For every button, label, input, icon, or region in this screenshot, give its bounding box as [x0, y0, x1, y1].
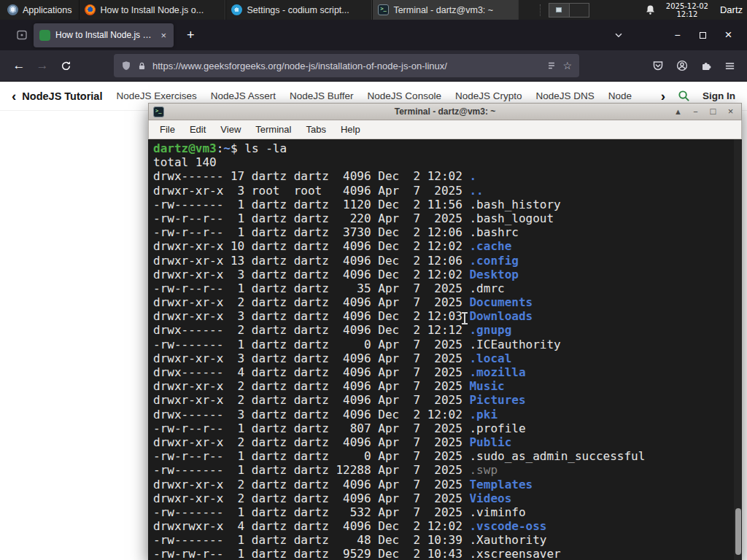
clock-time: 12:12	[666, 10, 708, 18]
terminal-icon	[153, 106, 164, 117]
panel-user-label[interactable]: Dartz	[720, 4, 743, 15]
terminal-title: Terminal - dartz@vm3: ~	[149, 106, 741, 117]
terminal-titlebar[interactable]: Terminal - dartz@vm3: ~ ▲ − □ ×	[148, 103, 742, 120]
nav-active-item[interactable]: NodeJS Tutorial	[22, 90, 102, 102]
taskbar-button-label: How to Install Node.js o...	[100, 5, 204, 15]
panel-clock[interactable]: 2025-12-02 12:12	[666, 2, 708, 18]
terminal-output[interactable]: dartz@vm3:~$ls -la total 140 drwx------ …	[148, 139, 742, 560]
back-button[interactable]: ←	[7, 54, 31, 77]
terminal-line: -rw------- 1 dartz dartz 532 Apr 7 2025 …	[153, 505, 742, 519]
terminal-line: -rw------- 1 dartz dartz 12288 Apr 7 202…	[153, 463, 742, 477]
maximize-button[interactable]	[690, 32, 716, 39]
firefox-view-icon[interactable]	[16, 29, 28, 41]
nav-link[interactable]: Node	[608, 90, 632, 101]
panel-separator	[540, 4, 541, 16]
terminal-line: drwxr-xr-x 2 dartz dartz 4096 Apr 7 2025…	[153, 393, 742, 407]
taskbar-button-label: Settings - codium script...	[247, 5, 349, 15]
terminal-line: drwxr-xr-x 3 dartz dartz 4096 Dec 2 12:0…	[153, 309, 742, 323]
applications-icon	[7, 4, 18, 15]
nav-scroll-right-icon[interactable]: ›	[661, 89, 665, 103]
taskbar-button-label: Terminal - dartz@vm3: ~	[393, 5, 493, 15]
terminal-window: Terminal - dartz@vm3: ~ ▲ − □ × FileEdit…	[148, 103, 742, 560]
window-task-list: How to Install Node.js o...Settings - co…	[79, 0, 519, 20]
bookmark-star-icon[interactable]: ☆	[562, 60, 572, 71]
firefox-icon	[85, 4, 96, 15]
terminal-menu-terminal[interactable]: Terminal	[248, 122, 298, 137]
terminal-menu-file[interactable]: File	[152, 122, 182, 137]
terminal-line: -rw------- 1 dartz dartz 0 Apr 7 2025 .I…	[153, 338, 742, 351]
terminal-scrollbar[interactable]	[734, 139, 742, 560]
tab-close-icon[interactable]: ×	[159, 30, 168, 41]
workspace-pager[interactable]	[549, 3, 589, 18]
forward-button[interactable]: →	[31, 54, 54, 77]
minimize-button[interactable]: −	[665, 29, 690, 41]
url-bar[interactable]: https://www.geeksforgeeks.org/node-js/in…	[114, 54, 579, 77]
url-text[interactable]: https://www.geeksforgeeks.org/node-js/in…	[152, 61, 541, 71]
browser-tab[interactable]: How to Install Node.js on... ×	[34, 23, 174, 47]
terminal-menu-tabs[interactable]: Tabs	[298, 122, 333, 137]
terminal-menu-help[interactable]: Help	[333, 122, 368, 137]
hamburger-menu-icon[interactable]	[724, 61, 735, 71]
terminal-menu-edit[interactable]: Edit	[182, 122, 213, 137]
padlock-icon[interactable]	[137, 61, 147, 71]
terminal-line: drwxr-xr-x 2 dartz dartz 4096 Apr 7 2025…	[153, 491, 742, 505]
applications-menu[interactable]: Applications	[0, 0, 79, 20]
desktop: Applications How to Install Node.js o...…	[0, 0, 747, 560]
terminal-line: drwx------ 4 dartz dartz 4096 Apr 7 2025…	[153, 365, 742, 379]
terminal-prompt-line: dartz@vm3:~$ls -la	[153, 141, 742, 155]
terminal-maximize-button[interactable]: □	[707, 104, 719, 120]
search-icon[interactable]	[678, 90, 690, 102]
terminal-line: drwxr-xr-x 3 dartz dartz 4096 Apr 7 2025…	[153, 351, 742, 365]
reader-view-icon[interactable]	[546, 61, 557, 71]
account-icon[interactable]	[676, 60, 688, 71]
workspace-1[interactable]	[549, 4, 569, 17]
nav-link[interactable]: NodeJS Buffer	[290, 90, 354, 101]
terminal-minimize-button[interactable]: −	[689, 104, 702, 120]
terminal-line: drwxr-xr-x 2 dartz dartz 4096 Apr 7 2025…	[153, 478, 742, 491]
prompt-user-host: dartz@vm3	[153, 141, 217, 155]
terminal-line: -rw------- 1 dartz dartz 1120 Dec 2 11:5…	[153, 198, 742, 211]
shade-button[interactable]: ▲	[672, 104, 684, 120]
terminal-line: drwxr-xr-x 3 root root 4096 Apr 7 2025 .…	[153, 184, 742, 198]
browser-tab-bar: How to Install Node.js on... × + − ×	[0, 20, 747, 50]
close-button[interactable]: ×	[716, 28, 741, 42]
applications-label: Applications	[23, 5, 71, 15]
terminal-line: -rw-r--r-- 1 dartz dartz 0 Apr 7 2025 .s…	[153, 449, 742, 463]
terminal-close-button[interactable]: ×	[724, 104, 737, 120]
new-tab-button[interactable]: +	[181, 26, 201, 44]
terminal-total-line: total 140	[153, 155, 742, 169]
terminal-line: drwxr-xr-x 10 dartz dartz 4096 Dec 2 12:…	[153, 239, 742, 253]
list-all-tabs-icon[interactable]	[614, 30, 624, 40]
taskbar-button[interactable]: How to Install Node.js o...	[79, 0, 225, 20]
pocket-icon[interactable]	[652, 60, 664, 71]
taskbar-button[interactable]: Settings - codium script...	[225, 0, 372, 20]
nav-link[interactable]: NodeJS Crypto	[455, 90, 522, 101]
terminal-scrollbar-thumb[interactable]	[735, 508, 741, 555]
clock-date: 2025-12-02	[666, 2, 708, 10]
terminal-line: drwx------ 17 dartz dartz 4096 Dec 2 12:…	[153, 169, 742, 183]
toolbar-extensions-area	[652, 60, 740, 71]
window-controls: − ×	[614, 28, 741, 42]
taskbar-button[interactable]: Terminal - dartz@vm3: ~	[372, 0, 519, 20]
nav-link[interactable]: NodeJS Assert	[211, 90, 276, 101]
nav-right: › Sign In	[655, 89, 735, 103]
terminal-icon	[378, 4, 389, 15]
extensions-puzzle-icon[interactable]	[700, 60, 712, 71]
workspace-window-thumb	[556, 7, 562, 12]
terminal-line: -rw------- 1 dartz dartz 48 Dec 2 10:39 …	[153, 533, 742, 547]
reload-button[interactable]	[54, 54, 77, 77]
xfce-panel: Applications How to Install Node.js o...…	[0, 0, 747, 20]
notification-bell-icon[interactable]	[645, 4, 656, 15]
terminal-line: -rw-r--r-- 1 dartz dartz 3730 Dec 2 12:0…	[153, 225, 742, 239]
codium-icon	[231, 4, 242, 15]
terminal-menu-view[interactable]: View	[213, 122, 248, 137]
tracking-shield-icon[interactable]	[121, 61, 131, 71]
sign-in-button[interactable]: Sign In	[703, 90, 735, 101]
nav-scroll-left-icon[interactable]: ‹	[12, 89, 16, 103]
workspace-2[interactable]	[569, 4, 589, 17]
nav-link[interactable]: NodeJS Console	[368, 90, 441, 101]
nav-link[interactable]: NodeJS DNS	[535, 90, 594, 101]
terminal-line: drwxr-xr-x 2 dartz dartz 4096 Apr 7 2025…	[153, 379, 742, 393]
terminal-line: -rw-r--r-- 1 dartz dartz 807 Apr 7 2025 …	[153, 421, 742, 435]
nav-link[interactable]: NodeJS Exercises	[116, 90, 196, 101]
